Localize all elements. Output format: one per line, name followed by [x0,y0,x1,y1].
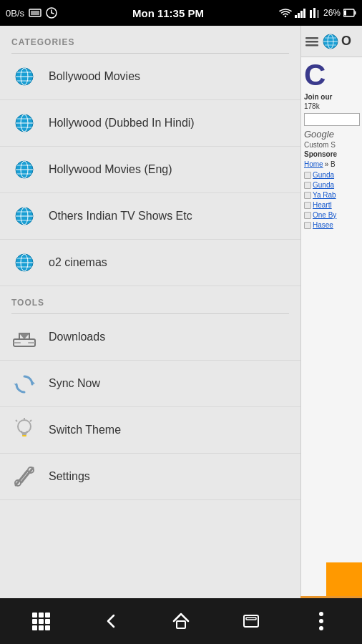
svg-rect-73 [177,621,185,628]
right-top-bar: O [301,26,362,57]
nav-item-indian-tv[interactable]: Others Indian TV Shows Etc [0,193,300,240]
svg-rect-57 [305,41,318,43]
nav-label-indian-tv: Others Indian TV Shows Etc [49,210,192,223]
svg-rect-70 [32,625,37,630]
home-link[interactable]: Home [304,160,323,168]
svg-marker-41 [19,333,29,339]
browser-link-4[interactable]: One By [304,211,359,219]
browser-link-1[interactable]: Gunda [304,181,359,189]
svg-rect-75 [246,618,256,620]
overflow-button[interactable] [304,604,338,638]
link-icon-3 [304,202,311,209]
browser-sponsored: Sponsore [304,150,359,158]
nav-item-bollywood[interactable]: Bollywood Movies [0,54,300,100]
svg-rect-66 [45,613,50,618]
browser-google-text: Google [304,129,359,140]
status-right: 26% [279,8,356,18]
link-icon-0 [304,172,311,179]
nav-label-switch-theme: Switch Theme [49,424,121,436]
svg-rect-42 [14,342,21,343]
globe-icon-hollywood-eng [11,157,37,182]
bottom-navigation-bar [0,598,362,644]
nav-label-sync: Sync Now [49,377,100,390]
svg-rect-10 [313,8,315,18]
apps-button[interactable] [24,604,58,638]
main-container: CATEGORIES Bollywood Movies [0,26,362,598]
nav-item-switch-theme[interactable]: Switch Theme [0,407,300,454]
browser-join-text: Join our [304,93,359,101]
svg-line-4 [52,13,54,14]
svg-rect-1 [31,11,39,15]
nav-item-hollywood-hindi[interactable]: Hollywood (Dubbed In Hindi) [0,100,300,147]
browser-link-3[interactable]: Heartl [304,201,359,209]
browser-link-2[interactable]: Ya Rab [304,191,359,199]
status-left: 0B/s [6,7,57,19]
svg-rect-64 [32,613,37,618]
svg-rect-43 [28,342,35,343]
back-icon [101,611,121,631]
svg-rect-58 [305,44,318,47]
svg-rect-14 [354,11,356,15]
storage-icon [29,8,41,18]
home-icon [171,611,191,631]
back-button[interactable] [94,604,128,638]
status-bar: 0B/s Mon 11:35 PM [0,0,362,26]
status-time: 11:35 PM [157,7,204,19]
nav-label-hollywood-hindi: Hollywood (Dubbed In Hindi) [49,117,195,130]
svg-rect-11 [317,10,319,18]
nav-item-sync[interactable]: Sync Now [0,361,300,407]
wifi-icon [279,8,292,18]
signal-icon [295,8,306,18]
nav-label-o2-cinemas: o2 cinemas [49,256,107,269]
download-icon [11,324,37,350]
svg-rect-68 [39,619,44,624]
theme-icon [11,417,37,443]
nav-label-bollywood: Bollywood Movies [49,70,140,83]
svg-rect-69 [45,619,50,624]
nav-label-downloads: Downloads [49,331,105,343]
nav-item-hollywood-eng[interactable]: Hollywood Movies (Eng) [0,147,300,193]
browser-globe-icon [323,34,338,49]
browser-link-5[interactable]: Hasee [304,221,359,229]
browser-home-nav: Home » B [304,160,359,168]
link-icon-2 [304,192,311,199]
data-speed: 0B/s [6,8,24,19]
svg-rect-51 [22,435,26,436]
svg-rect-71 [39,625,44,630]
nav-item-downloads[interactable]: Downloads [0,314,300,361]
browser-link-0[interactable]: Gunda [304,171,359,179]
nav-item-o2-cinemas[interactable]: o2 cinemas [0,240,300,286]
settings-icon [11,464,37,489]
browser-custom-search: Custom S [304,141,359,149]
mobile-data-icon [309,8,321,18]
link-icon-5 [304,222,311,229]
globe-icon-o2-cinemas [11,250,37,275]
svg-point-46 [18,420,31,433]
home-button[interactable] [164,604,198,638]
browser-input-mock [304,113,360,126]
globe-icon-indian-tv [11,203,37,229]
svg-rect-7 [300,11,303,18]
svg-point-77 [319,619,323,623]
svg-rect-72 [45,625,50,630]
recents-button[interactable] [234,604,268,638]
battery-level: 26% [323,8,341,18]
clock-icon [46,7,57,19]
svg-point-76 [319,612,323,616]
status-day: Mon [132,7,155,19]
globe-icon-hollywood-hindi [11,110,37,136]
svg-rect-65 [39,613,44,618]
svg-rect-9 [310,10,312,18]
svg-point-78 [319,626,323,630]
svg-rect-8 [303,9,305,18]
browser-tab-initial: O [341,34,351,49]
nav-label-settings: Settings [49,470,90,483]
right-panel: O C Join our 178k Google Custom S Sponso… [300,26,362,598]
nav-item-settings[interactable]: Settings [0,454,300,500]
svg-rect-6 [298,13,300,18]
globe-icon-bollywood [11,64,37,89]
status-center: Mon 11:35 PM [132,7,204,19]
sync-icon [11,371,37,396]
menu-icon[interactable] [304,34,320,49]
nav-separator: » B [325,160,336,168]
